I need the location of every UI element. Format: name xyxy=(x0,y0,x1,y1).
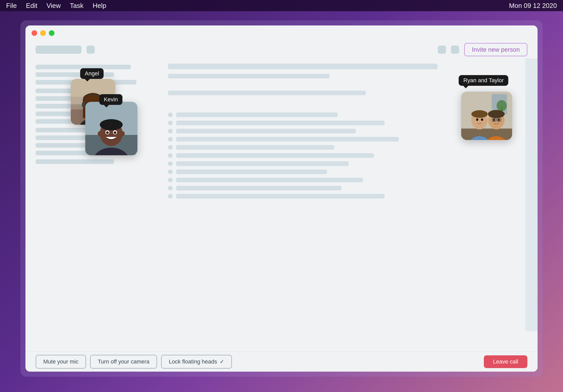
menu-view[interactable]: View xyxy=(47,2,61,10)
svg-point-44 xyxy=(493,119,495,121)
angel-label: Angel xyxy=(80,68,104,79)
bottom-toolbar: Mute your mic Turn off your camera Lock … xyxy=(25,351,538,372)
main-line xyxy=(168,74,330,78)
menubar: File Edit View Task Help Mon 09 12 2020 xyxy=(0,0,563,11)
toolbar-placeholder-1 xyxy=(36,46,81,54)
main-line xyxy=(176,178,363,182)
menu-help[interactable]: Help xyxy=(93,2,106,10)
ryan-taylor-avatar xyxy=(461,92,512,140)
main-line xyxy=(176,113,338,117)
maximize-button[interactable] xyxy=(49,30,54,36)
main-line xyxy=(176,145,334,150)
menu-file[interactable]: File xyxy=(6,2,17,10)
content-area: Angel xyxy=(25,59,538,351)
toolbar-btn-3[interactable] xyxy=(451,46,459,54)
bullet-dot xyxy=(168,137,173,142)
svg-point-35 xyxy=(476,118,478,121)
toolbar-btn-2[interactable] xyxy=(438,46,446,54)
svg-point-22 xyxy=(106,131,109,134)
traffic-lights xyxy=(32,30,54,36)
svg-point-29 xyxy=(497,100,507,111)
kevin-avatar xyxy=(85,102,137,155)
lock-floating-heads-button[interactable]: Lock floating heads ✓ xyxy=(161,355,232,369)
right-side-panel xyxy=(525,59,538,331)
dot-row xyxy=(168,153,527,158)
main-line xyxy=(176,170,327,174)
turn-off-camera-button[interactable]: Turn off your camera xyxy=(90,355,157,369)
bullet-dot xyxy=(168,113,173,117)
close-button[interactable] xyxy=(32,30,37,36)
main-line xyxy=(176,137,399,142)
svg-point-25 xyxy=(121,131,125,136)
bullet-dot xyxy=(168,121,173,125)
main-line xyxy=(168,64,438,69)
svg-point-24 xyxy=(98,131,102,136)
svg-point-40 xyxy=(488,110,505,118)
bullet-dot xyxy=(168,194,173,199)
toolbar: Invite new person xyxy=(25,41,538,59)
bullet-dot xyxy=(168,145,173,150)
main-line xyxy=(176,186,342,190)
toolbar-btn-1[interactable] xyxy=(87,46,95,54)
main-line xyxy=(176,194,385,199)
minimize-button[interactable] xyxy=(40,30,46,36)
main-line xyxy=(168,91,366,95)
bullet-dot xyxy=(168,170,173,174)
dot-row xyxy=(168,186,527,190)
main-line xyxy=(176,129,356,133)
bullet-dot xyxy=(168,161,173,166)
content-line xyxy=(36,128,86,132)
dot-row xyxy=(168,161,527,166)
main-window: Invite new person xyxy=(25,25,538,372)
leave-call-button[interactable]: Leave call xyxy=(484,355,527,368)
content-line xyxy=(36,159,114,164)
bullet-dot xyxy=(168,153,173,158)
dot-row xyxy=(168,194,527,199)
kevin-label: Kevin xyxy=(99,94,122,105)
lock-floating-label: Lock floating heads xyxy=(169,358,217,365)
svg-point-34 xyxy=(471,110,488,118)
bullet-dot xyxy=(168,129,173,133)
bullet-dot xyxy=(168,186,173,190)
svg-point-19 xyxy=(100,119,123,130)
dot-row xyxy=(168,170,527,174)
menu-edit[interactable]: Edit xyxy=(26,2,37,10)
clock: Mon 09 12 2020 xyxy=(509,2,557,10)
bullet-dot xyxy=(168,178,173,182)
svg-rect-12 xyxy=(82,102,85,107)
main-panel: Ryan and Taylor xyxy=(158,59,538,351)
left-panel: Angel xyxy=(25,59,158,351)
main-line xyxy=(176,153,374,158)
svg-rect-30 xyxy=(461,129,512,140)
main-line xyxy=(176,161,349,166)
dot-row xyxy=(168,145,527,150)
invite-button[interactable]: Invite new person xyxy=(464,43,527,56)
svg-point-36 xyxy=(481,118,483,121)
mute-mic-button[interactable]: Mute your mic xyxy=(36,355,86,369)
dot-row xyxy=(168,178,527,182)
titlebar xyxy=(25,25,538,41)
checkmark-icon: ✓ xyxy=(220,358,224,365)
menu-task[interactable]: Task xyxy=(70,2,83,10)
svg-point-23 xyxy=(114,131,116,134)
ryan-taylor-label: Ryan and Taylor xyxy=(459,75,508,86)
svg-point-45 xyxy=(498,119,500,121)
outer-wrapper: Invite new person xyxy=(20,20,543,377)
left-lines-4 xyxy=(36,159,148,164)
main-line xyxy=(176,121,385,125)
